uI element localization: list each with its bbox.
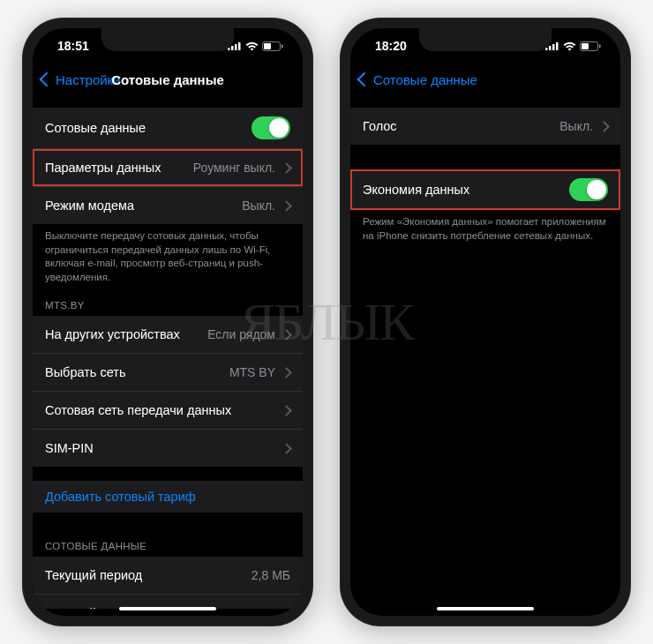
row-label: SIM-PIN [45, 441, 94, 455]
row-label: Текущий период [45, 568, 142, 582]
row-current-period[interactable]: Текущий период 2,8 МБ [33, 557, 303, 595]
page-title: Сотовые данные [111, 72, 224, 87]
row-sim-pin[interactable]: SIM-PIN [33, 430, 303, 467]
chevron-right-icon [281, 329, 292, 341]
section-low-data: Экономия данных [350, 169, 620, 210]
status-time: 18:51 [57, 39, 89, 53]
row-select-network[interactable]: Выбрать сеть MTS BY [33, 354, 303, 392]
section-footer: Выключите передачу сотовых данных, чтобы… [33, 224, 303, 289]
row-label: На других устройствах [45, 327, 180, 341]
chevron-right-icon [598, 121, 610, 132]
row-other-devices[interactable]: На других устройствах Если рядом [33, 316, 303, 354]
row-cellular-data[interactable]: Сотовые данные [33, 108, 303, 149]
back-button[interactable]: Сотовые данные [359, 72, 477, 87]
svg-rect-6 [281, 44, 283, 48]
section-cellular: Сотовые данные Параметры данных Роуминг … [33, 108, 303, 224]
section-header: СОТОВЫЕ ДАННЫЕ [33, 537, 303, 555]
row-value [282, 445, 290, 453]
section-add-plan: Добавить сотовый тариф [33, 481, 303, 513]
row-label: Сотовая сеть передачи данных [45, 403, 231, 417]
section-footer: Режим «Экономия данных» помогает приложе… [350, 210, 620, 248]
battery-icon [262, 41, 283, 51]
row-voice[interactable]: Голос Выкл. [350, 108, 620, 145]
home-indicator [119, 607, 216, 610]
row-label: Сотовые данные [45, 121, 146, 135]
chevron-left-icon [357, 72, 372, 87]
add-plan-button[interactable]: Добавить сотовый тариф [33, 481, 303, 513]
svg-rect-5 [264, 43, 271, 49]
row-label: Режим модема [45, 198, 134, 213]
section-voice: Голос Выкл. [350, 108, 620, 145]
row-value: 2,8 МБ [251, 568, 290, 582]
section-header: MTS.BY [33, 296, 303, 314]
status-time: 18:20 [375, 39, 407, 53]
chevron-right-icon [281, 367, 292, 378]
back-button[interactable]: Настройки [41, 72, 121, 87]
row-data-options[interactable]: Параметры данных Роуминг выкл. [33, 149, 303, 187]
notch [419, 28, 552, 51]
chevron-right-icon [281, 200, 292, 212]
chevron-right-icon [281, 405, 292, 416]
toggle-cellular-data[interactable] [251, 116, 290, 139]
svg-rect-13 [582, 43, 589, 49]
row-value [282, 407, 290, 415]
screen-left: 18:51 Настройки Сотовые данные [33, 28, 303, 616]
nav-bar: Настройки Сотовые данные [33, 64, 303, 101]
chevron-left-icon [40, 72, 55, 87]
phone-left: 18:51 Настройки Сотовые данные [22, 18, 313, 626]
svg-rect-10 [552, 44, 555, 50]
row-value: 0 Б [272, 606, 290, 609]
row-low-data-mode[interactable]: Экономия данных [350, 169, 620, 210]
section-carrier: На других устройствах Если рядом Выбрать… [33, 316, 303, 467]
section-usage: Текущий период 2,8 МБ Текущий период роу… [33, 557, 303, 609]
nav-bar: Сотовые данные [350, 64, 620, 101]
row-label: Параметры данных [45, 161, 161, 175]
row-data-network[interactable]: Сотовая сеть передачи данных [33, 392, 303, 430]
row-label: Экономия данных [363, 183, 469, 197]
svg-rect-3 [238, 42, 241, 50]
row-value: Роуминг выкл. [193, 161, 290, 175]
toggle-low-data-mode[interactable] [569, 178, 608, 201]
chevron-right-icon [281, 162, 292, 174]
svg-rect-1 [231, 46, 234, 50]
screen-right: 18:20 Сотовые данные Голос [350, 28, 620, 616]
battery-icon [580, 41, 601, 51]
back-label: Сотовые данные [373, 72, 477, 87]
wifi-icon [563, 41, 576, 51]
status-right [545, 41, 601, 51]
content-area[interactable]: Сотовые данные Параметры данных Роуминг … [33, 101, 303, 609]
svg-rect-9 [549, 46, 552, 50]
svg-rect-2 [235, 44, 237, 50]
chevron-right-icon [281, 443, 292, 454]
wifi-icon [245, 41, 259, 51]
row-hotspot[interactable]: Режим модема Выкл. [33, 187, 303, 224]
row-value: Выкл. [242, 198, 290, 213]
status-right [228, 41, 283, 51]
row-value: Если рядом [207, 327, 290, 341]
svg-rect-11 [556, 42, 559, 50]
row-value: MTS BY [229, 365, 290, 379]
phone-right: 18:20 Сотовые данные Голос [340, 18, 631, 626]
home-indicator [437, 607, 534, 610]
row-label: Выбрать сеть [45, 365, 125, 379]
notch [101, 28, 234, 51]
content-area[interactable]: Голос Выкл. Экономия данных Режим «Эконо… [350, 101, 620, 609]
row-value: Выкл. [559, 119, 608, 133]
row-label: Голос [363, 119, 397, 133]
svg-rect-14 [599, 44, 601, 48]
